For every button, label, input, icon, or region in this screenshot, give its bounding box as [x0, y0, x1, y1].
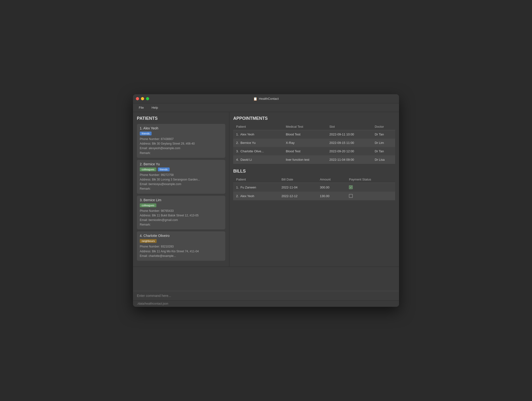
patient-name: 2. Bernice Yu	[140, 162, 222, 166]
appt-test: Blood Test	[283, 130, 326, 139]
payment-checkbox[interactable]	[349, 194, 353, 198]
appointments-table: Patient Medical Test Slot Doctor 1. Alex…	[233, 123, 395, 164]
table-row[interactable]: 2. Bernice Yu X-Ray 2022-09-15 11:00 Dr …	[233, 139, 395, 147]
appointments-header: Patient Medical Test Slot Doctor	[233, 123, 395, 130]
appt-test: liver function test	[283, 155, 326, 164]
patient-card[interactable]: 4. Charlotte OliveironeighboursPhone Num…	[137, 231, 225, 261]
patient-phone: Phone Number: 93210283	[140, 244, 222, 249]
bottom-section: ./data/healthcontact.json	[133, 267, 399, 307]
patient-phone: Phone Number: 87438807	[140, 137, 222, 141]
bill-col-date: Bill Date	[279, 176, 317, 183]
patient-details: Phone Number: 98765433Address: Blk 11 Bu…	[140, 209, 222, 227]
tag-friends: friends	[140, 132, 152, 135]
patient-address: Address: Blk 11 Bukit Batok Street 12, #…	[140, 213, 222, 218]
appt-slot: 2022-09-15 11:00	[326, 139, 372, 147]
patient-remark: Remark:	[140, 187, 222, 191]
patients-panel: PATIENTS 1. Alex YeohfriendsPhone Number…	[133, 112, 229, 267]
appt-doctor: Dr Lim	[372, 139, 395, 147]
table-row[interactable]: 1. Fu Zanwen 2022-11-04 300.00 ✓	[233, 183, 395, 192]
close-button[interactable]	[136, 97, 139, 100]
bill-amount: 300.00	[317, 183, 346, 192]
col-slot: Slot	[326, 123, 372, 130]
patient-email: Email: charlotte@example...	[140, 254, 222, 258]
patient-phone: Phone Number: 98765433	[140, 209, 222, 213]
status-text: ./data/healthcontact.json	[137, 302, 168, 305]
status-bar: ./data/healthcontact.json	[133, 300, 399, 307]
bill-col-patient: Patient	[233, 176, 279, 183]
minimize-button[interactable]	[141, 97, 144, 100]
patient-email: Email: alexyeoh@example.com	[140, 146, 222, 151]
command-bar[interactable]	[133, 291, 399, 300]
output-area	[133, 267, 399, 291]
titlebar-title: 📋 HealthContact	[253, 97, 279, 101]
appt-doctor: Dr Tan	[372, 147, 395, 155]
col-patient: Patient	[233, 123, 283, 130]
right-panel: APPOINTMENTS Patient Medical Test Slot D…	[229, 112, 399, 267]
tag-neighbours: neighbours	[140, 239, 157, 243]
app-window: 📋 HealthContact File Help PATIENTS 1. Al…	[133, 94, 399, 307]
patient-address: Address: Blk 11 Ang Mo Kio Street 74, #1…	[140, 249, 222, 254]
appt-doctor: Dr Tan	[372, 130, 395, 139]
appt-patient: 3. Charlotte Olive...	[233, 147, 283, 155]
app-title: HealthContact	[259, 97, 279, 100]
bills-title: BILLS	[233, 169, 395, 174]
patient-name: 4. Charlotte Oliveiro	[140, 234, 222, 238]
bills-section: BILLS Patient Bill Date Amount Payment S…	[233, 169, 395, 200]
col-medical-test: Medical Test	[283, 123, 326, 130]
appt-patient: 1. Alex Yeoh	[233, 130, 283, 139]
appt-slot: 2022-09-20 12:00	[326, 147, 372, 155]
bill-date: 2022-11-04	[279, 183, 317, 192]
table-row[interactable]: 2. Alex Yeoh 2022-12-12 130.00	[233, 192, 395, 200]
patient-phone: Phone Number: 99272758	[140, 173, 222, 177]
patient-remark: Remark:	[140, 151, 222, 155]
menu-file[interactable]: File	[137, 105, 146, 110]
patient-address: Address: Blk 30 Lorong 3 Serangoon Garde…	[140, 177, 222, 182]
patients-title: PATIENTS	[137, 116, 225, 121]
appointments-section: APPOINTMENTS Patient Medical Test Slot D…	[233, 116, 395, 164]
patient-name: 3. Bernice Lim	[140, 198, 222, 202]
app-icon: 📋	[253, 97, 257, 101]
appt-slot: 2022-11-04 09:00	[326, 155, 372, 164]
appointments-body: 1. Alex Yeoh Blood Test 2022-09-11 10:00…	[233, 130, 395, 164]
titlebar: 📋 HealthContact	[133, 94, 399, 103]
tag-friends: friends	[158, 167, 170, 171]
table-row[interactable]: 4. David Li liver function test 2022-11-…	[233, 155, 395, 164]
patient-email: Email: bernicelim@gmail.com	[140, 218, 222, 222]
main-content: PATIENTS 1. Alex YeohfriendsPhone Number…	[133, 112, 399, 267]
appt-patient: 2. Bernice Yu	[233, 139, 283, 147]
bill-status[interactable]	[346, 192, 395, 200]
command-input[interactable]	[137, 294, 395, 298]
patient-tags: colleaguesfriends	[140, 167, 222, 171]
patient-details: Phone Number: 87438807Address: Blk 30 Ge…	[140, 137, 222, 155]
appt-test: Blood Test	[283, 147, 326, 155]
patient-email: Email: berniceyu@example.com	[140, 182, 222, 187]
menu-help[interactable]: Help	[150, 105, 160, 110]
patient-tags: colleagues	[140, 203, 222, 207]
table-row[interactable]: 3. Charlotte Olive... Blood Test 2022-09…	[233, 147, 395, 155]
bill-col-amount: Amount	[317, 176, 346, 183]
patients-list: 1. Alex YeohfriendsPhone Number: 8743880…	[137, 124, 225, 263]
bills-header: Patient Bill Date Amount Payment Status	[233, 176, 395, 183]
bill-status[interactable]: ✓	[346, 183, 395, 192]
traffic-lights	[136, 97, 149, 100]
patient-card[interactable]: 1. Alex YeohfriendsPhone Number: 8743880…	[137, 124, 225, 158]
appt-patient: 4. David Li	[233, 155, 283, 164]
patient-card[interactable]: 2. Bernice YucolleaguesfriendsPhone Numb…	[137, 160, 225, 194]
bill-date: 2022-12-12	[279, 192, 317, 200]
patient-remark: Remark:	[140, 222, 222, 227]
maximize-button[interactable]	[146, 97, 149, 100]
patient-address: Address: Blk 30 Geylang Street 29, #06-4…	[140, 141, 222, 146]
patient-details: Phone Number: 93210283Address: Blk 11 An…	[140, 244, 222, 258]
bill-col-status: Payment Status	[346, 176, 395, 183]
menubar: File Help	[133, 103, 399, 112]
bill-patient: 2. Alex Yeoh	[233, 192, 279, 200]
tag-colleagues: colleagues	[140, 203, 156, 207]
table-row[interactable]: 1. Alex Yeoh Blood Test 2022-09-11 10:00…	[233, 130, 395, 139]
bill-patient: 1. Fu Zanwen	[233, 183, 279, 192]
tag-colleagues: colleagues	[140, 167, 156, 171]
patient-tags: friends	[140, 132, 222, 135]
payment-checkbox[interactable]: ✓	[349, 185, 353, 189]
bill-amount: 130.00	[317, 192, 346, 200]
patient-card[interactable]: 3. Bernice LimcolleaguesPhone Number: 98…	[137, 196, 225, 230]
appointments-title: APPOINTMENTS	[233, 116, 395, 121]
